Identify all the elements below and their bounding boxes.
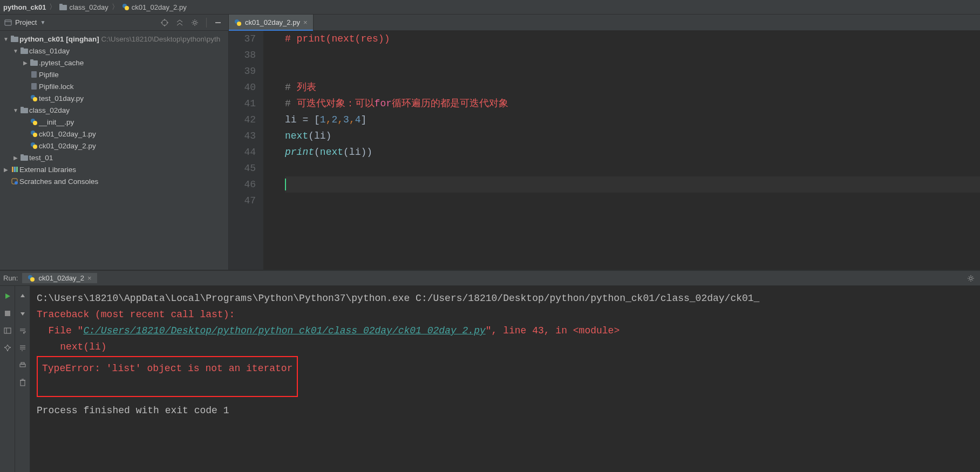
- code-text: # print(next(res)): [285, 33, 390, 44]
- tree-folder[interactable]: ▶test_01: [0, 152, 228, 163]
- trash-button[interactable]: [17, 377, 29, 388]
- svg-point-37: [15, 181, 18, 184]
- collapse-all-button[interactable]: [174, 17, 186, 29]
- svg-rect-35: [16, 167, 18, 172]
- folder-icon: [10, 36, 19, 42]
- code-text: 2: [331, 114, 337, 125]
- settings-button[interactable]: [965, 272, 977, 284]
- gutter: 3738394041424344454647: [229, 31, 263, 270]
- tree-python-file[interactable]: __init__.py: [0, 116, 228, 128]
- folder-icon: [59, 4, 67, 10]
- project-view-icon: [4, 19, 12, 26]
- tree-item-label: python_ck01: [19, 35, 64, 43]
- code-text: next: [285, 131, 308, 141]
- code-text: li: [285, 114, 302, 125]
- code-text: for: [375, 98, 392, 109]
- code-text: #: [285, 82, 297, 93]
- tree-item-label: test_01day.py: [39, 94, 84, 102]
- code-text: 4: [355, 114, 361, 125]
- folder-icon: [19, 47, 29, 54]
- tree-scratches[interactable]: Scratches and Consoles: [0, 175, 228, 187]
- tree-folder[interactable]: ▼class_02day: [0, 104, 228, 116]
- svg-rect-1: [59, 4, 63, 6]
- stop-button[interactable]: [2, 307, 13, 319]
- tree-item-label: class_01day: [29, 47, 70, 55]
- code-text: (li): [308, 131, 331, 141]
- chevron-down-icon: ▼: [2, 36, 10, 42]
- error-highlight: TypeError: 'list' object is not an itera…: [37, 356, 298, 397]
- tree-root[interactable]: ▼ python_ck01 [qinghan] C:\Users\18210\D…: [0, 33, 228, 45]
- editor-tab[interactable]: ck01_02day_2.py ×: [229, 15, 314, 30]
- svg-point-6: [162, 20, 167, 25]
- sidebar-title-label: Project: [15, 18, 37, 26]
- console-link[interactable]: C:/Users/18210/Desktop/python/python_ck0…: [83, 325, 485, 336]
- code-text: 1: [320, 114, 326, 125]
- python-file-icon: [28, 275, 35, 282]
- down-button[interactable]: [17, 307, 29, 319]
- breadcrumb-item-folder[interactable]: class_02day: [59, 3, 108, 11]
- sidebar-header: Project ▼: [0, 15, 228, 31]
- code-text: (li)): [343, 147, 372, 158]
- breadcrumb-item-project[interactable]: python_ck01: [3, 3, 46, 11]
- library-icon: [10, 166, 19, 173]
- soft-wrap-button[interactable]: [17, 325, 29, 337]
- up-button[interactable]: [17, 290, 29, 302]
- tree-item-label: .pytest_cache: [39, 59, 84, 67]
- console-error-line: TypeError: 'list' object is not an itera…: [42, 360, 292, 377]
- pin-button[interactable]: [2, 342, 13, 354]
- python-file-icon: [122, 3, 130, 11]
- locate-button[interactable]: [159, 17, 171, 29]
- close-icon[interactable]: ×: [303, 18, 308, 26]
- chevron-down-icon: ▼: [12, 107, 19, 113]
- svg-point-3: [125, 6, 129, 10]
- project-tree[interactable]: ▼ python_ck01 [qinghan] C:\Users\18210\D…: [0, 31, 228, 270]
- sidebar-title[interactable]: Project ▼: [4, 18, 155, 26]
- code-text: print: [285, 147, 314, 158]
- svg-point-41: [30, 277, 35, 282]
- scroll-to-end-button[interactable]: [17, 342, 29, 354]
- chevron-down-icon: ▼: [12, 48, 19, 54]
- rerun-button[interactable]: [2, 290, 13, 302]
- print-button[interactable]: [17, 359, 29, 371]
- tree-file[interactable]: Pipfile: [0, 69, 228, 80]
- hide-button[interactable]: [212, 17, 224, 29]
- tree-python-file[interactable]: ck01_02day_2.py: [0, 140, 228, 152]
- svg-point-22: [33, 97, 37, 101]
- svg-rect-20: [31, 83, 37, 90]
- code-text: next: [320, 147, 343, 158]
- breadcrumb-item-file[interactable]: ck01_02day_2.py: [122, 3, 187, 11]
- code-text: ]: [361, 114, 367, 125]
- tree-item-label: test_01: [29, 154, 53, 162]
- python-file-icon: [234, 19, 242, 26]
- close-icon[interactable]: ×: [87, 274, 92, 282]
- run-tab[interactable]: ck01_02day_2 ×: [22, 273, 97, 283]
- tree-python-file[interactable]: test_01day.py: [0, 92, 228, 104]
- code-content[interactable]: # print(next(res)) # 列表 # 可迭代对象：可以for循环遍…: [263, 31, 980, 270]
- run-label: Run:: [3, 274, 18, 282]
- settings-button[interactable]: [189, 17, 201, 29]
- tree-file[interactable]: Pipfile.lock: [0, 80, 228, 92]
- console-line: ", line 43, in <module>: [486, 325, 620, 336]
- tree-item-label: ck01_02day_1.py: [39, 130, 96, 138]
- breadcrumb-label: python_ck01: [3, 3, 46, 11]
- divider: [206, 18, 207, 28]
- svg-marker-43: [5, 293, 10, 299]
- tree-item-label: Pipfile: [39, 71, 59, 79]
- code-editor[interactable]: 3738394041424344454647 # print(next(res)…: [229, 31, 980, 270]
- tree-folder[interactable]: ▶.pytest_cache: [0, 57, 228, 69]
- tree-item-path: C:\Users\18210\Desktop\python\pyth: [101, 35, 221, 43]
- console-output[interactable]: C:\Users\18210\AppData\Local\Programs\Py…: [30, 286, 980, 472]
- tree-item-label: Scratches and Consoles: [19, 177, 98, 186]
- tree-item-label: class_02day: [29, 106, 70, 114]
- layout-button[interactable]: [2, 325, 13, 337]
- svg-rect-12: [215, 22, 221, 23]
- code-text: 可迭代对象：可以: [297, 98, 375, 109]
- tree-external-libs[interactable]: ▶External Libraries: [0, 163, 228, 175]
- tree-python-file[interactable]: ck01_02day_1.py: [0, 128, 228, 140]
- project-sidebar: Project ▼ ▼ python_ck01 [qinghan] C:\: [0, 15, 229, 270]
- tree-folder[interactable]: ▼class_01day: [0, 45, 228, 57]
- console-line: Process finished with exit code 1: [37, 402, 974, 419]
- run-header: Run: ck01_02day_2 ×: [0, 271, 980, 286]
- console-line: C:\Users\18210\AppData\Local\Programs\Py…: [37, 290, 974, 306]
- breadcrumb: python_ck01 〉 class_02day 〉 ck01_02day_2…: [0, 0, 980, 14]
